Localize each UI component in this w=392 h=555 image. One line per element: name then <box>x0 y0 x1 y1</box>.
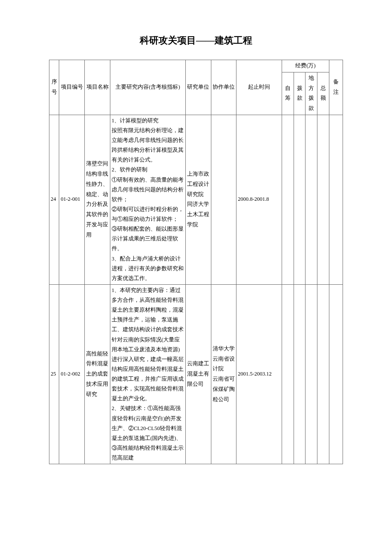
col-content: 主要研究内容(含考核指标) <box>110 60 185 115</box>
cell-self <box>282 284 294 464</box>
col-name: 项目名称 <box>85 60 110 115</box>
col-note: 备注 <box>329 60 343 115</box>
col-seq: 序号 <box>49 60 59 115</box>
cell-time: 2000.8-2001.8 <box>236 115 282 284</box>
cell-allocation <box>294 284 306 464</box>
page-title: 科研攻关项目——建筑工程 <box>49 34 343 47</box>
cell-code: 01-2-001 <box>59 115 85 284</box>
col-self: 自筹 <box>282 72 294 115</box>
cell-note <box>329 284 343 464</box>
cell-local <box>306 284 317 464</box>
table-row: 2501-2-002高性能轻骨料混凝土的成套技术应用研究1、本研究的主要内容：通… <box>49 284 343 464</box>
cell-name: 薄壁空间结构非线性静力、稳定、动力分析及其软件的开发与应用 <box>85 115 110 284</box>
cell-partner <box>211 115 236 284</box>
cell-total <box>317 115 329 284</box>
cell-unit: 上海市政工程设计研究院同济大学土木工程学院 <box>185 115 211 284</box>
cell-name: 高性能轻骨料混凝土的成套技术应用研究 <box>85 284 110 464</box>
cell-note <box>329 115 343 284</box>
table-header-row: 序号 项目编号 项目名称 主要研究内容(含考核指标) 研究单位 协作单位 起止时… <box>49 60 343 72</box>
project-table: 序号 项目编号 项目名称 主要研究内容(含考核指标) 研究单位 协作单位 起止时… <box>49 60 343 464</box>
cell-total <box>317 284 329 464</box>
cell-code: 01-2-002 <box>59 284 85 464</box>
cell-allocation <box>294 115 306 284</box>
col-unit: 研究单位 <box>185 60 211 115</box>
col-time: 起止时间 <box>236 60 282 115</box>
cell-seq: 25 <box>49 284 59 464</box>
cell-time: 2001.5-2003.12 <box>236 284 282 464</box>
cell-content: 1、本研究的主要内容：通过多方合作，从高性能轻骨料混凝土的主要原材料陶粒，混凝土… <box>110 284 185 464</box>
cell-content: 1、计算模型的研究按照有限元结构分析理论，建立能考虑几何非线性问题的长跨拱桥结构… <box>110 115 185 284</box>
cell-self <box>282 115 294 284</box>
table-row: 2401-2-001薄壁空间结构非线性静力、稳定、动力分析及其软件的开发与应用1… <box>49 115 343 284</box>
cell-partner: 清华大学云南省设计院云南省可保煤矿陶粒公司 <box>211 284 236 464</box>
col-total: 总额 <box>317 72 329 115</box>
cell-local <box>306 115 317 284</box>
cell-seq: 24 <box>49 115 59 284</box>
col-code: 项目编号 <box>59 60 85 115</box>
col-local: 地方拨款 <box>306 72 317 115</box>
cell-unit: 云南建工混凝土有限公司 <box>185 284 211 464</box>
col-partner: 协作单位 <box>211 60 236 115</box>
col-allocation: 拨款 <box>294 72 306 115</box>
col-funds-group: 经费(万) <box>282 60 329 72</box>
